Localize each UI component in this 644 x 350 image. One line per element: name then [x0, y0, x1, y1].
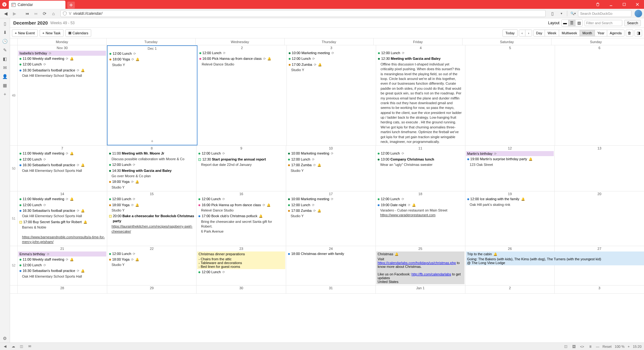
allday-event[interactable]: Isabella's birthday ⟳ — [18, 51, 106, 56]
event[interactable]: 12:00 Ice skating with the family 🔔 — [466, 196, 554, 202]
close-button[interactable] — [631, 0, 644, 9]
day-cell[interactable]: Nov 30Isabella's birthday ⟳11:00 Weekly … — [18, 45, 107, 145]
day-cell[interactable]: 31 — [286, 285, 376, 293]
event[interactable]: 13:00 Company Christmas lunch — [376, 157, 464, 162]
contacts-panel-icon[interactable]: 👤 — [1, 72, 9, 81]
event[interactable]: 12:00 Lunch ⟳ — [377, 50, 464, 56]
event[interactable]: 12:00 Lunch ⟳ — [287, 56, 375, 61]
event[interactable]: 17:00 Zumba ⟳ 🔔 — [287, 162, 375, 168]
event[interactable]: 11:00 Weekly staff meeting ⟳ 🔔 — [18, 196, 106, 202]
event[interactable]: 12:00 Lunch ⟳ — [18, 157, 106, 162]
mail-panel-icon[interactable]: ✉ — [1, 64, 9, 72]
event[interactable]: 16:30 Sebastian's football practice ⟳ 🔔 — [18, 162, 106, 168]
day-cell[interactable]: Dec 112:00 Lunch ⟳18:00 Yoga ⟳ 🔔Studio Y… — [107, 45, 197, 145]
fastforward-button[interactable]: ⏭ — [32, 10, 40, 17]
event[interactable]: 18:00 Christmas dinner with family — [287, 251, 375, 257]
event[interactable]: 16:30 Sebastian's football practice ⟳ 🔔 — [18, 208, 106, 213]
event[interactable]: 11:00 Meeting with Mr. Moore Jr — [108, 151, 196, 156]
day-cell[interactable]: 5 — [465, 45, 555, 145]
event[interactable]: 12:00 Lunch ⟳ — [197, 151, 285, 156]
day-cell[interactable]: 2212:00 Lunch ⟳18:00 Yoga ⟳ 🔔Studio Y — [107, 246, 197, 285]
event[interactable]: 11:00 Weekly staff meeting ⟳ 🔔 — [18, 151, 106, 156]
allday-event[interactable]: Martin's birthday ⟳ — [466, 151, 554, 156]
day-cell[interactable]: 30 — [197, 285, 286, 293]
event[interactable]: 11:00 Weekly staff meeting ⟳ 🔔 — [18, 56, 106, 61]
day-cell[interactable]: 2418:00 Christmas dinner with family — [286, 246, 376, 285]
event[interactable]: 12:00 Lunch ⟳ — [287, 157, 375, 162]
event[interactable]: 10:00 Marketing meeting ⟳ — [287, 151, 375, 156]
address-bar[interactable]: V vivaldi://calendar/ — [60, 10, 546, 17]
day-cell[interactable]: 1512:00 Lunch ⟳18:00 Yoga ⟳ 🔔Studio Y20:… — [107, 191, 197, 246]
search-box[interactable]: Search DuckDuckGo — [578, 10, 631, 17]
day-cell[interactable]: 310:00 Marketing meeting ⟳12:00 Lunch ⟳1… — [287, 45, 376, 145]
event[interactable]: 12:00 Lunch ⟳ — [108, 51, 196, 56]
browser-tab[interactable]: Calendar — [9, 1, 65, 9]
maximize-button[interactable] — [618, 0, 631, 9]
day-cell[interactable]: 811:00 Meeting with Mr. Moore JrDiscuss … — [107, 146, 197, 191]
event[interactable]: 20:00 Bake a cheesecake for Bookclub Chr… — [108, 213, 196, 224]
event[interactable]: 12:00 Lunch ⟳ — [18, 202, 106, 208]
downloads-panel-icon[interactable]: ⬇ — [1, 28, 9, 37]
day-cell[interactable]: Jan 1 — [376, 285, 465, 293]
next-button[interactable]: › — [525, 30, 532, 36]
toggle-panel-button[interactable]: ◨ — [635, 30, 642, 37]
window-panel-icon[interactable]: ◧ — [1, 55, 9, 63]
allday-event[interactable]: Emma's birthday ⟳ — [18, 251, 106, 257]
view-agenda[interactable]: Agenda — [607, 30, 624, 36]
event[interactable]: 12:00 Lunch ⟳ — [198, 50, 286, 56]
event[interactable]: 16:00 Pick Hanna up from dance class ⟳ 🔔 — [197, 202, 285, 208]
today-button[interactable]: Today — [502, 29, 517, 37]
day-cell[interactable]: 26Trip to the cabin 🔔Going: The Bakers (… — [465, 246, 555, 285]
screenshot-icon[interactable]: ◫ — [19, 344, 24, 349]
layout-minimal-icon[interactable]: ▬ — [562, 20, 569, 26]
day-cell[interactable]: 711:00 Weekly staff meeting ⟳ 🔔12:00 Lun… — [18, 146, 107, 191]
event[interactable]: 12:00 Lunch ⟳ — [18, 262, 106, 268]
event[interactable]: 18:00 Yoga ⟳ 🔔 — [108, 257, 196, 262]
event[interactable]: 12:00 Lunch ⟳ — [108, 162, 196, 167]
bookmarks-panel-icon[interactable]: ▯ — [1, 20, 9, 28]
delete-icon[interactable] — [591, 0, 604, 9]
event[interactable]: 12:00 Lunch ⟳ — [197, 196, 285, 202]
sync-icon[interactable]: ☁ — [11, 344, 16, 349]
vivaldi-logo[interactable] — [0, 0, 9, 9]
event[interactable]: 12:00 Lunch ⟳ — [287, 202, 375, 208]
layout-full-icon[interactable]: ▤ — [575, 20, 582, 26]
day-cell[interactable]: 12Martin's birthday ⟳19:00 Martin's surp… — [465, 146, 555, 191]
day-cell[interactable]: 3 — [555, 285, 644, 293]
view-multiweek[interactable]: Multiweek — [559, 30, 580, 36]
event[interactable]: 17:00 Zumba ⟳ 🔔 — [287, 62, 375, 67]
day-cell[interactable]: 25Christmas 🔔Visithttps://calendarlabs.c… — [376, 246, 465, 285]
day-cell[interactable]: 1612:00 Lunch ⟳16:00 Pick Hanna up from … — [197, 191, 286, 246]
event[interactable]: 12:00 Lunch ⟳ — [376, 196, 464, 202]
view-year[interactable]: Year — [595, 30, 607, 36]
day-cell[interactable]: 20 — [555, 191, 644, 246]
settings-icon[interactable]: ⚙ — [1, 334, 9, 342]
view-week[interactable]: Week — [545, 30, 559, 36]
task-checkbox[interactable] — [19, 221, 22, 223]
event[interactable]: 11:00 Weekly staff meeting ⟳ 🔔 — [18, 257, 106, 262]
event[interactable]: 10:00 Marketing meeting ⟳ — [287, 50, 375, 56]
layout-list-icon[interactable]: ☰ — [569, 20, 575, 26]
day-cell[interactable]: 1710:00 Marketing meeting ⟳12:00 Lunch ⟳… — [286, 191, 376, 246]
chevron-down-icon[interactable]: ▾ — [558, 10, 565, 17]
event[interactable]: 12:00 Lunch ⟳ — [376, 151, 464, 156]
break-mode-icon[interactable]: ⏸ — [588, 344, 593, 349]
prev-button[interactable]: ‹ — [519, 30, 526, 36]
new-tab-button[interactable] — [67, 2, 75, 8]
event[interactable]: 17:00 Buy Secret Santa gift for Robert 🔔 — [18, 219, 106, 225]
day-cell[interactable]: 29 — [107, 285, 197, 293]
view-day[interactable]: Day — [534, 30, 545, 36]
event[interactable]: 12:00 Lunch ⟳ — [197, 269, 285, 275]
event[interactable]: 10:00 Marketing meeting ⟳ — [287, 196, 375, 202]
tiling-icon[interactable]: ◫ — [563, 344, 568, 349]
day-cell[interactable]: 912:00 Lunch ⟳12:30 Start preparing the … — [197, 146, 286, 191]
rewind-button[interactable]: ⏮ — [23, 10, 31, 17]
day-cell[interactable]: 13 — [555, 146, 644, 191]
reload-button[interactable]: ⟳ — [41, 10, 48, 17]
task-checkbox[interactable] — [109, 215, 112, 217]
mail-status-icon[interactable]: ✉ — [27, 344, 32, 349]
allday-event[interactable]: Trip to the cabin 🔔 — [466, 251, 644, 257]
new-task-button[interactable]: + New Task — [40, 29, 64, 37]
history-panel-icon[interactable]: 🕓 — [1, 37, 9, 45]
search-chevron-icon[interactable]: 🔍▾ — [569, 10, 577, 17]
